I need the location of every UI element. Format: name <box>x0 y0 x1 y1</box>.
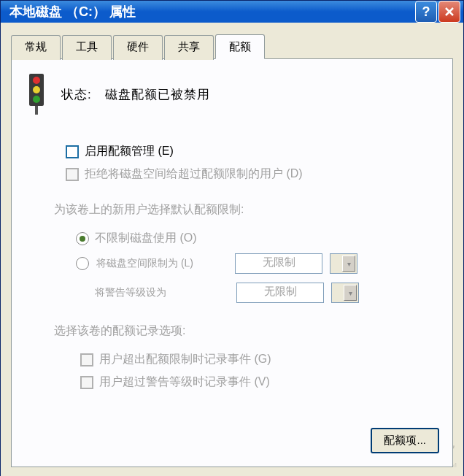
client-area: 常规 工具 硬件 共享 配额 状态: 磁盘配额已被禁用 启用配额管理 (E <box>1 23 463 476</box>
tab-sharing[interactable]: 共享 <box>164 35 214 60</box>
tab-bar: 常规 工具 硬件 共享 配额 <box>11 34 453 59</box>
tab-quota[interactable]: 配额 <box>215 34 265 59</box>
warning-unit-dropdown: ▾ <box>331 283 359 303</box>
enable-quota-label: 启用配额管理 (E) <box>85 144 174 159</box>
status-text: 磁盘配额已被禁用 <box>105 86 210 103</box>
logging-section: 选择该卷的配额记录选项: <box>54 323 439 339</box>
deny-exceed-label: 拒绝将磁盘空间给超过配额限制的用户 (D) <box>85 166 303 182</box>
warning-level-row: 将警告等级设为 无限制 ▾ <box>76 283 439 303</box>
window-title: 本地磁盘 （C:） 属性 <box>9 3 415 20</box>
limit-unit-dropdown: ▾ <box>330 253 357 274</box>
limit-to-radio <box>76 257 89 270</box>
close-icon <box>444 7 455 17</box>
no-limit-row: 不限制磁盘使用 (O) <box>76 231 439 246</box>
tab-tools[interactable]: 工具 <box>62 35 112 60</box>
no-limit-radio <box>76 232 89 245</box>
svg-point-2 <box>33 86 40 93</box>
tab-general[interactable]: 常规 <box>11 35 61 60</box>
traffic-light-icon <box>25 74 48 115</box>
titlebar: 本地磁盘 （C:） 属性 ? <box>1 1 463 23</box>
deny-exceed-row: 拒绝将磁盘空间给超过配额限制的用户 (D) <box>66 166 439 182</box>
enable-quota-checkbox[interactable] <box>66 145 79 158</box>
log-exceed-warning-label: 用户超过警告等级时记录事件 (V) <box>99 375 270 390</box>
svg-point-1 <box>33 77 40 84</box>
chevron-down-icon: ▾ <box>342 256 355 272</box>
log-exceed-limit-row: 用户超出配额限制时记录事件 (G) <box>80 352 439 367</box>
close-button[interactable] <box>438 1 460 23</box>
limit-to-label: 将磁盘空间限制为 (L) <box>96 257 228 270</box>
log-exceed-warning-row: 用户超过警告等级时记录事件 (V) <box>80 375 439 390</box>
log-exceed-warning-checkbox <box>80 376 93 389</box>
no-limit-label: 不限制磁盘使用 (O) <box>95 231 197 246</box>
log-exceed-limit-checkbox <box>80 353 93 366</box>
log-exceed-limit-label: 用户超出配额限制时记录事件 (G) <box>99 352 271 367</box>
tab-hardware[interactable]: 硬件 <box>113 35 163 60</box>
warning-value-input: 无限制 <box>236 283 324 303</box>
titlebar-buttons: ? <box>415 1 460 23</box>
deny-exceed-checkbox <box>66 168 79 181</box>
enable-quota-row: 启用配额管理 (E) <box>66 144 439 159</box>
status-label: 状态: <box>61 86 92 103</box>
quota-entries-button[interactable]: 配额项... <box>371 428 439 453</box>
properties-dialog: 本地磁盘 （C:） 属性 ? 常规 工具 硬件 共享 配额 <box>0 0 464 476</box>
chevron-down-icon: ▾ <box>344 285 357 301</box>
svg-rect-4 <box>35 106 38 115</box>
status-row: 状态: 磁盘配额已被禁用 <box>25 74 439 115</box>
limit-to-row: 将磁盘空间限制为 (L) 无限制 ▾ <box>76 253 439 274</box>
help-button[interactable]: ? <box>415 1 437 23</box>
limit-value-input: 无限制 <box>235 253 322 274</box>
default-limit-section: 为该卷上的新用户选择默认配额限制: <box>54 202 439 218</box>
warning-level-label: 将警告等级设为 <box>95 286 169 299</box>
svg-point-3 <box>33 96 40 103</box>
tab-content: 状态: 磁盘配额已被禁用 启用配额管理 (E) 拒绝将磁盘空间给超过配额限制的用… <box>11 58 453 467</box>
